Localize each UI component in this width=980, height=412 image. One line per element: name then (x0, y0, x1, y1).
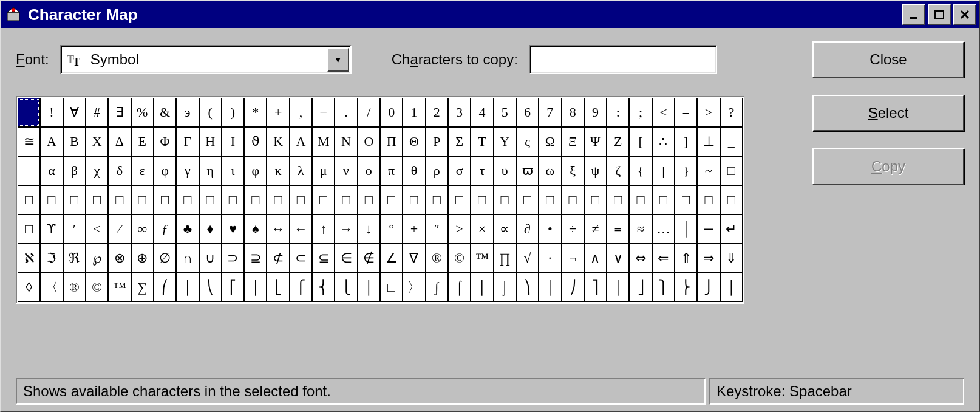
char-cell[interactable]: + (267, 98, 289, 127)
char-cell[interactable]: ϒ (40, 215, 63, 244)
char-cell[interactable]: © (86, 273, 108, 302)
close-button[interactable]: Close (812, 41, 964, 78)
char-cell[interactable]: 7 (539, 98, 561, 127)
char-cell[interactable]: → (335, 215, 357, 244)
char-cell[interactable]: Τ (471, 127, 493, 156)
char-cell[interactable]: ≅ (18, 127, 40, 156)
char-cell[interactable]: ≠ (584, 215, 607, 244)
char-cell[interactable]: │ (539, 273, 561, 302)
char-cell[interactable]: | (652, 156, 675, 185)
char-cell[interactable]: Κ (267, 127, 289, 156)
char-cell[interactable]: ≡ (607, 215, 629, 244)
char-cell[interactable]: # (86, 98, 108, 127)
char-cell[interactable]: Θ (403, 127, 425, 156)
char-cell[interactable]: ⊆ (312, 244, 335, 273)
char-cell[interactable]: ⊄ (267, 244, 289, 273)
char-cell[interactable]: ] (675, 127, 697, 156)
minimize-button[interactable] (902, 4, 925, 25)
char-cell[interactable]: ∠ (380, 244, 403, 273)
char-cell[interactable] (18, 98, 40, 127)
char-cell[interactable]: · (539, 244, 561, 273)
char-cell[interactable]: ≥ (448, 215, 471, 244)
char-cell[interactable]: ⇒ (697, 244, 720, 273)
char-cell[interactable]: / (358, 98, 380, 127)
char-cell[interactable]: □ (380, 185, 403, 215)
char-cell[interactable]: ⊕ (131, 244, 154, 273)
char-cell[interactable]: ↔ (267, 215, 289, 244)
char-cell[interactable]: ρ (426, 156, 448, 185)
char-cell[interactable]: □ (312, 185, 335, 215)
char-cell[interactable]: λ (290, 156, 312, 185)
char-cell[interactable]: □ (607, 185, 629, 215)
char-cell[interactable]: Α (40, 127, 63, 156)
char-cell[interactable]: ϑ (244, 127, 267, 156)
char-cell[interactable]: ⊗ (108, 244, 131, 273)
char-cell[interactable]: φ (244, 156, 267, 185)
char-cell[interactable]: ⎠ (562, 273, 584, 302)
char-cell[interactable]: ℵ (18, 244, 40, 273)
close-window-button[interactable] (953, 4, 976, 25)
char-cell[interactable]: μ (312, 156, 335, 185)
font-combo-dropdown-button[interactable]: ▼ (327, 47, 349, 72)
char-cell[interactable]: > (697, 98, 720, 127)
char-cell[interactable]: │ (607, 273, 629, 302)
char-cell[interactable]: ⇔ (629, 244, 652, 273)
char-cell[interactable]: ≤ (86, 215, 108, 244)
char-cell[interactable]: □ (562, 185, 584, 215)
char-cell[interactable]: Λ (290, 127, 312, 156)
char-cell[interactable]: ζ (607, 156, 629, 185)
char-cell[interactable]: ⇓ (720, 244, 743, 273)
char-cell[interactable]: σ (448, 156, 471, 185)
char-cell[interactable]: & (154, 98, 176, 127)
char-cell[interactable]: □ (697, 185, 720, 215)
char-cell[interactable]: Μ (312, 127, 335, 156)
char-cell[interactable]: % (131, 98, 154, 127)
char-cell[interactable]: • (539, 215, 561, 244)
char-cell[interactable]: , (290, 98, 312, 127)
char-cell[interactable]: Β (63, 127, 86, 156)
char-cell[interactable]: □ (516, 185, 539, 215)
char-cell[interactable]: χ (86, 156, 108, 185)
char-cell[interactable]: ⇐ (652, 244, 675, 273)
char-cell[interactable]: Δ (108, 127, 131, 156)
char-cell[interactable]: ⎬ (675, 273, 697, 302)
char-cell[interactable]: □ (471, 185, 493, 215)
char-cell[interactable]: ↑ (312, 215, 335, 244)
char-cell[interactable]: ∑ (131, 273, 154, 302)
char-cell[interactable]: □ (675, 185, 697, 215)
char-cell[interactable]: □ (63, 185, 86, 215)
char-cell[interactable]: ∅ (154, 244, 176, 273)
char-cell[interactable]: ⊇ (244, 244, 267, 273)
char-cell[interactable]: ° (380, 215, 403, 244)
char-cell[interactable]: ? (720, 98, 743, 127)
char-cell[interactable]: □ (290, 185, 312, 215)
char-cell[interactable]: ∂ (516, 215, 539, 244)
char-cell[interactable]: τ (471, 156, 493, 185)
char-cell[interactable]: ∞ (131, 215, 154, 244)
char-cell[interactable]: 5 (494, 98, 516, 127)
char-cell[interactable]: ↵ (720, 215, 743, 244)
char-cell[interactable]: 9 (584, 98, 607, 127)
char-cell[interactable]: 1 (403, 98, 425, 127)
char-cell[interactable]: − (312, 98, 335, 127)
char-cell[interactable]: 2 (426, 98, 448, 127)
char-cell[interactable]: │ (720, 273, 743, 302)
char-cell[interactable]: . (335, 98, 357, 127)
char-cell[interactable]: □ (448, 185, 471, 215)
char-cell[interactable]: ) (222, 98, 244, 127)
char-cell[interactable]: □ (403, 185, 425, 215)
char-cell[interactable]: ς (516, 127, 539, 156)
char-cell[interactable]: ⎭ (697, 273, 720, 302)
char-cell[interactable]: ® (63, 273, 86, 302)
char-cell[interactable]: □ (222, 185, 244, 215)
char-cell[interactable]: ⊃ (222, 244, 244, 273)
char-cell[interactable]: ( (199, 98, 222, 127)
char-cell[interactable]: □ (18, 185, 40, 215)
char-cell[interactable]: ♥ (222, 215, 244, 244)
char-cell[interactable]: □ (380, 273, 403, 302)
char-cell[interactable]: ↓ (358, 215, 380, 244)
char-cell[interactable]: □ (199, 185, 222, 215)
char-cell[interactable]: √ (516, 244, 539, 273)
char-cell[interactable]: □ (629, 185, 652, 215)
char-cell[interactable]: ™ (108, 273, 131, 302)
